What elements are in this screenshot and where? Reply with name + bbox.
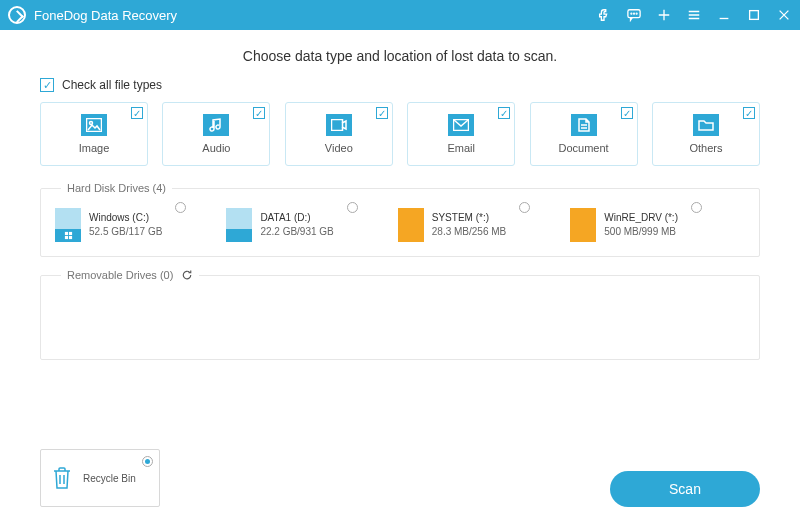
drive-item[interactable]: DATA1 (D:)22.2 GB/931 GB (226, 208, 357, 242)
titlebar-buttons (596, 7, 792, 23)
type-card-video[interactable]: ✓Video (285, 102, 393, 166)
type-checkbox[interactable]: ✓ (743, 107, 755, 119)
page-heading: Choose data type and location of lost da… (40, 48, 760, 64)
svg-rect-12 (68, 236, 71, 239)
close-icon[interactable] (776, 7, 792, 23)
folder-icon (693, 114, 719, 136)
type-card-image[interactable]: ✓Image (40, 102, 148, 166)
plus-icon[interactable] (656, 7, 672, 23)
check-all-checkbox[interactable]: ✓ (40, 78, 54, 92)
type-checkbox[interactable]: ✓ (253, 107, 265, 119)
app-title: FoneDog Data Recovery (34, 8, 177, 23)
type-label: Image (79, 142, 110, 154)
drive-radio[interactable] (347, 202, 358, 213)
app-logo-icon (8, 6, 26, 24)
type-label: Email (447, 142, 475, 154)
menu-icon[interactable] (686, 7, 702, 23)
type-label: Video (325, 142, 353, 154)
titlebar: FoneDog Data Recovery (0, 0, 800, 30)
type-card-audio[interactable]: ✓Audio (162, 102, 270, 166)
svg-rect-4 (750, 11, 759, 20)
feedback-icon[interactable] (626, 7, 642, 23)
drive-size: 22.2 GB/931 GB (260, 225, 333, 239)
maximize-icon[interactable] (746, 7, 762, 23)
type-card-email[interactable]: ✓Email (407, 102, 515, 166)
type-label: Others (689, 142, 722, 154)
svg-point-1 (631, 13, 632, 14)
drive-info: DATA1 (D:)22.2 GB/931 GB (260, 211, 333, 239)
removable-legend: Removable Drives (0) (61, 269, 199, 281)
minimize-icon[interactable] (716, 7, 732, 23)
drive-icon (570, 208, 596, 242)
removable-body (55, 295, 745, 345)
drive-icon (55, 208, 81, 242)
type-label: Document (558, 142, 608, 154)
scan-button[interactable]: Scan (610, 471, 760, 507)
check-all-row[interactable]: ✓ Check all file types (40, 78, 760, 92)
file-types-row: ✓Image✓Audio✓Video✓Email✓Document✓Others (40, 102, 760, 166)
recycle-label: Recycle Bin (83, 473, 136, 484)
bottom-row: Recycle Bin Scan (40, 449, 760, 515)
drive-item[interactable]: WinRE_DRV (*:)500 MB/999 MB (570, 208, 702, 242)
svg-rect-7 (331, 120, 342, 131)
drive-name: SYSTEM (*:) (432, 211, 506, 225)
drive-name: Windows (C:) (89, 211, 162, 225)
type-checkbox[interactable]: ✓ (131, 107, 143, 119)
drive-name: DATA1 (D:) (260, 211, 333, 225)
type-checkbox[interactable]: ✓ (376, 107, 388, 119)
drive-radio[interactable] (519, 202, 530, 213)
svg-rect-11 (64, 236, 67, 239)
drive-size: 52.5 GB/117 GB (89, 225, 162, 239)
refresh-icon[interactable] (181, 269, 193, 281)
email-icon (448, 114, 474, 136)
type-checkbox[interactable]: ✓ (498, 107, 510, 119)
video-icon (326, 114, 352, 136)
drive-item[interactable]: SYSTEM (*:)28.3 MB/256 MB (398, 208, 530, 242)
trash-icon (51, 465, 73, 491)
drive-icon (226, 208, 252, 242)
recycle-bin-card[interactable]: Recycle Bin (40, 449, 160, 507)
svg-rect-9 (64, 232, 67, 235)
type-card-folder[interactable]: ✓Others (652, 102, 760, 166)
drive-size: 500 MB/999 MB (604, 225, 678, 239)
svg-point-2 (634, 13, 635, 14)
image-icon (81, 114, 107, 136)
type-checkbox[interactable]: ✓ (621, 107, 633, 119)
recycle-radio[interactable] (142, 456, 153, 467)
facebook-icon[interactable] (596, 7, 612, 23)
drive-size: 28.3 MB/256 MB (432, 225, 506, 239)
drives-row: Windows (C:)52.5 GB/117 GBDATA1 (D:)22.2… (55, 208, 745, 242)
drive-info: Windows (C:)52.5 GB/117 GB (89, 211, 162, 239)
drive-info: WinRE_DRV (*:)500 MB/999 MB (604, 211, 678, 239)
drive-radio[interactable] (691, 202, 702, 213)
drive-icon (398, 208, 424, 242)
drive-item[interactable]: Windows (C:)52.5 GB/117 GB (55, 208, 186, 242)
audio-icon (203, 114, 229, 136)
type-label: Audio (202, 142, 230, 154)
svg-rect-10 (68, 232, 71, 235)
drive-radio[interactable] (175, 202, 186, 213)
check-all-label: Check all file types (62, 78, 162, 92)
main-content: Choose data type and location of lost da… (0, 30, 800, 525)
removable-section: Removable Drives (0) (40, 269, 760, 360)
drive-name: WinRE_DRV (*:) (604, 211, 678, 225)
hard-disk-legend: Hard Disk Drives (4) (61, 182, 172, 194)
type-card-document[interactable]: ✓Document (530, 102, 638, 166)
removable-legend-text: Removable Drives (0) (67, 269, 173, 281)
hard-disk-section: Hard Disk Drives (4) Windows (C:)52.5 GB… (40, 182, 760, 257)
svg-point-3 (636, 13, 637, 14)
drive-info: SYSTEM (*:)28.3 MB/256 MB (432, 211, 506, 239)
document-icon (571, 114, 597, 136)
